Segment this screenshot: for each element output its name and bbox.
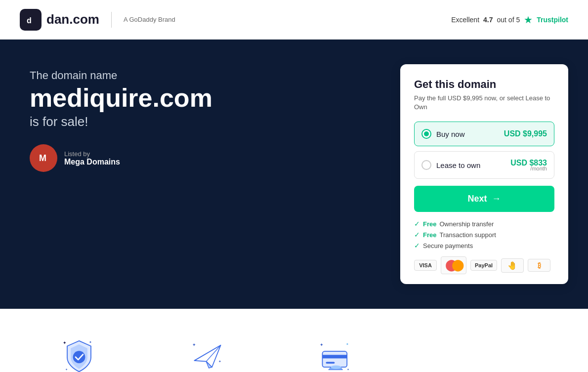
trustpilot-label: Excellent xyxy=(451,16,479,24)
benefit-hassle-free: ✦ ✦ ✦ Hassle free payments xyxy=(287,334,385,372)
svg-text:✦: ✦ xyxy=(347,368,349,372)
hassle-free-icon: ✦ ✦ ✦ xyxy=(314,334,358,372)
svg-text:✦: ✦ xyxy=(89,341,92,345)
dan-logo-text: dan.com xyxy=(46,12,99,27)
lease-radio xyxy=(421,160,431,170)
payment-icons: VISA ⬤⬤ PayPal 🤚 ₿ xyxy=(414,256,554,274)
check-icon-3: ✓ xyxy=(414,242,420,249)
svg-rect-13 xyxy=(322,352,347,368)
mastercard-icon: ⬤⬤ xyxy=(441,256,466,274)
header-left: d dan.com A GoDaddy Brand xyxy=(20,9,175,31)
buy-now-radio xyxy=(421,129,431,139)
free-tag-2: Free xyxy=(423,231,436,239)
visa-icon: VISA xyxy=(414,260,437,271)
svg-point-7 xyxy=(73,351,85,364)
svg-text:✦: ✦ xyxy=(346,342,349,346)
trustpilot-out-of: out of 5 xyxy=(497,16,520,24)
next-arrow-icon: → xyxy=(492,194,501,204)
hero-subtitle: The domain name xyxy=(30,69,380,82)
svg-text:d: d xyxy=(27,16,32,25)
domain-card: Get this domain Pay the full USD $9,995 … xyxy=(400,64,568,284)
svg-text:✦: ✦ xyxy=(65,368,68,372)
free-item-secure: ✓ Secure payments xyxy=(414,242,554,249)
trustpilot[interactable]: Excellent 4.7 out of 5 ★ Trustpilot xyxy=(451,14,568,26)
buy-now-left: Buy now xyxy=(421,129,465,139)
svg-text:✦: ✦ xyxy=(63,340,67,345)
fast-transfers-icon: ✦ ✦ xyxy=(185,334,230,372)
trustpilot-score: 4.7 xyxy=(483,16,493,24)
seller-listed-by: Listed by xyxy=(64,150,120,158)
lease-left: Lease to own xyxy=(421,160,480,170)
dan-icon: d xyxy=(20,9,42,31)
dan-logo[interactable]: d dan.com xyxy=(20,9,99,31)
card-title: Get this domain xyxy=(414,78,554,91)
svg-point-16 xyxy=(331,366,341,369)
free-item-transaction: ✓ Free Transaction support xyxy=(414,231,554,239)
seller-badge: M Listed by Mega Domains xyxy=(30,144,380,172)
svg-text:✦: ✦ xyxy=(192,342,196,347)
buy-now-option[interactable]: Buy now USD $9,995 xyxy=(414,122,554,146)
benefits-section: ✦ ✦ ✦ Buyer Protection program ✦ ✦ xyxy=(0,309,588,372)
header-divider xyxy=(111,12,112,28)
lease-price-wrapper: USD $833 /month xyxy=(510,159,547,171)
seller-logo-icon: M xyxy=(30,144,57,172)
lease-label: Lease to own xyxy=(436,161,480,169)
svg-text:M: M xyxy=(39,153,46,163)
alipay-icon: 🤚 xyxy=(501,258,524,273)
free-text-3: Secure payments xyxy=(423,242,473,249)
free-tag-1: Free xyxy=(423,220,436,228)
bitcoin-icon: ₿ xyxy=(528,259,550,272)
svg-rect-14 xyxy=(322,355,347,359)
lease-option[interactable]: Lease to own USD $833 /month xyxy=(414,151,554,179)
next-button-label: Next xyxy=(467,194,487,204)
svg-text:✦: ✦ xyxy=(218,360,221,364)
check-icon-1: ✓ xyxy=(414,220,420,228)
paypal-icon: PayPal xyxy=(470,260,497,271)
hero-left: The domain name mediquire.com is for sal… xyxy=(30,64,380,284)
buy-now-label: Buy now xyxy=(436,130,465,138)
free-item-ownership: ✓ Free Ownership transfer xyxy=(414,220,554,228)
free-features-list: ✓ Free Ownership transfer ✓ Free Transac… xyxy=(414,220,554,249)
card-subtitle: Pay the full USD $9,995 now, or select L… xyxy=(414,94,554,112)
benefit-fast-transfers: ✦ ✦ Fast & easy transfers xyxy=(158,334,257,372)
trustpilot-star-icon: ★ xyxy=(524,14,533,26)
buyer-protection-icon: ✦ ✦ ✦ xyxy=(57,334,101,372)
hero-forsale: is for sale! xyxy=(30,114,380,129)
seller-info: Listed by Mega Domains xyxy=(64,150,120,166)
buy-now-price: USD $9,995 xyxy=(504,129,547,138)
benefit-buyer-protection: ✦ ✦ ✦ Buyer Protection program xyxy=(30,334,128,372)
header: d dan.com A GoDaddy Brand Excellent 4.7 … xyxy=(0,0,588,40)
free-text-2: Transaction support xyxy=(439,231,496,239)
svg-text:✦: ✦ xyxy=(320,342,324,347)
trustpilot-name: Trustpilot xyxy=(537,16,568,24)
hero-section: The domain name mediquire.com is for sal… xyxy=(0,40,588,309)
godaddy-brand-text: A GoDaddy Brand xyxy=(124,16,175,23)
svg-rect-15 xyxy=(326,362,335,364)
check-icon-2: ✓ xyxy=(414,231,420,239)
hero-domain: mediquire.com xyxy=(30,84,380,112)
seller-name: Mega Domains xyxy=(64,158,120,166)
free-text-1: Ownership transfer xyxy=(439,220,494,228)
next-button[interactable]: Next → xyxy=(414,186,554,212)
